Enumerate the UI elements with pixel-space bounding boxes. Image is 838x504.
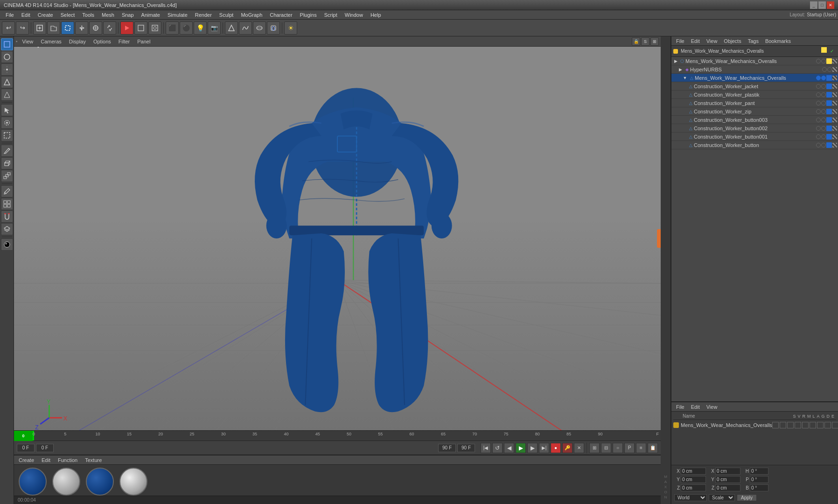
polygon-mode-button[interactable] <box>1 89 13 101</box>
coord-field-y2[interactable] <box>715 476 740 483</box>
fps-field[interactable] <box>438 444 456 452</box>
vis-dot-hn[interactable] <box>822 67 827 72</box>
render-plastik[interactable] <box>821 92 826 97</box>
menu-plugins[interactable]: Plugins <box>296 11 321 19</box>
render-settings-button[interactable] <box>134 21 147 35</box>
mat-menu-edit[interactable]: Edit <box>39 456 53 464</box>
attr-ctrl-4[interactable] <box>795 422 801 428</box>
menu-character[interactable]: Character <box>266 11 296 19</box>
play-button[interactable]: ▶ <box>516 443 526 453</box>
menu-simulate[interactable]: Simulate <box>164 11 191 19</box>
motion-btn4[interactable]: P <box>624 443 635 453</box>
coord-world-select[interactable]: World <box>674 494 707 501</box>
rotate-button[interactable] <box>103 21 116 35</box>
obj-row-button003[interactable]: △ Construction_Worker_button003 <box>671 116 838 124</box>
current-frame-field[interactable] <box>36 444 54 452</box>
attr-object-row[interactable]: Mens_Work_Wear_Mechanics_Overalls <box>673 421 836 429</box>
prev-frame-button[interactable]: ◀ <box>504 443 514 453</box>
spline-button[interactable] <box>239 21 252 35</box>
obj-row-root[interactable]: ▶ ⬡ Mens_Work_Wear_Mechanics_Overalls <box>671 57 838 65</box>
polygon-button[interactable] <box>225 21 238 35</box>
attr-ctrl-6[interactable] <box>810 422 816 428</box>
vis-plastik[interactable] <box>816 92 821 97</box>
open-file-button[interactable] <box>47 21 60 35</box>
menu-edit[interactable]: Edit <box>18 11 34 19</box>
magnet-tool[interactable] <box>1 210 13 223</box>
minimize-button[interactable]: _ <box>810 1 817 9</box>
coord-field-z-pos[interactable] <box>681 484 706 491</box>
coord-scale-select[interactable]: Scale <box>709 494 735 501</box>
extrude-tool[interactable] <box>1 157 13 169</box>
render-dot-ov[interactable] <box>821 76 826 80</box>
menu-snap[interactable]: Snap <box>118 11 138 19</box>
render-button001[interactable] <box>821 134 826 139</box>
vis-button001[interactable] <box>816 134 821 139</box>
render-button[interactable] <box>821 143 826 147</box>
obj-menu-objects[interactable]: Objects <box>721 37 744 45</box>
render-button[interactable] <box>120 21 133 35</box>
maximize-button[interactable]: □ <box>818 1 826 9</box>
render-button002[interactable] <box>821 126 826 131</box>
render-dot-root[interactable] <box>821 59 826 63</box>
attr-menu-file[interactable]: File <box>673 403 687 411</box>
attr-ctrl-7[interactable] <box>817 422 824 428</box>
attr-ctrl-8[interactable] <box>824 422 831 428</box>
menu-render[interactable]: Render <box>191 11 216 19</box>
render-jacket[interactable] <box>821 84 826 89</box>
object-list[interactable]: ▶ ⬡ Mens_Work_Wear_Mechanics_Overalls ▶ <box>671 57 838 401</box>
mat-menu-texture[interactable]: Texture <box>82 456 105 464</box>
select-button[interactable] <box>61 21 74 35</box>
menu-mesh[interactable]: Mesh <box>98 11 118 19</box>
attr-menu-view[interactable]: View <box>704 403 720 411</box>
vis-dot-ov[interactable] <box>816 76 821 80</box>
mat-menu-create[interactable]: Create <box>16 456 37 464</box>
live-select-tool[interactable] <box>1 117 13 129</box>
obj-row-button001[interactable]: △ Construction_Worker_button001 <box>671 133 838 141</box>
obj-menu-file[interactable]: File <box>673 37 687 45</box>
obj-menu-tags[interactable]: Tags <box>745 37 761 45</box>
coord-field-b[interactable] <box>750 484 768 491</box>
obj-menu-bookmarks[interactable]: Bookmarks <box>762 37 794 45</box>
vis-button003[interactable] <box>816 118 821 122</box>
attr-ctrl-9[interactable] <box>832 422 838 428</box>
point-mode-button[interactable] <box>1 63 13 76</box>
coord-field-x-pos[interactable] <box>681 468 706 475</box>
model-mode-button[interactable] <box>1 38 13 50</box>
visibility-dot-root[interactable] <box>816 59 821 63</box>
motion-btn2[interactable]: ⊟ <box>601 443 611 453</box>
go-to-start-button[interactable]: |◀ <box>481 443 491 453</box>
rect-select-tool[interactable] <box>1 129 13 141</box>
render-dot-hn[interactable] <box>827 67 832 72</box>
obj-row-hypernurbs[interactable]: ▶ ◈ HyperNURBS <box>671 65 838 74</box>
obj-menu-view[interactable]: View <box>704 37 720 45</box>
vis-jacket[interactable] <box>816 84 821 89</box>
layer-tool[interactable] <box>1 223 13 235</box>
obj-row-pant[interactable]: △ Construction_Worker_pant <box>671 99 838 107</box>
deformer-button[interactable] <box>267 21 280 35</box>
select-tool[interactable] <box>1 104 13 116</box>
vis-button[interactable] <box>816 143 821 147</box>
knife-tool[interactable] <box>1 145 13 157</box>
vis-pant[interactable] <box>816 101 821 105</box>
attr-ctrl-5[interactable] <box>802 422 809 428</box>
menu-tools[interactable]: Tools <box>78 11 98 19</box>
new-scene-button[interactable] <box>33 21 46 35</box>
viewport-menu-display[interactable]: Display <box>66 38 89 45</box>
viewport-maximize-button[interactable]: ⊞ <box>650 37 659 46</box>
coord-field-y-pos[interactable] <box>681 476 706 483</box>
coord-field-h[interactable] <box>750 468 768 475</box>
texture-mode-button[interactable] <box>1 51 13 63</box>
material-tool[interactable] <box>1 238 13 251</box>
viewport-lock-button[interactable]: 🔒 <box>632 37 640 46</box>
menu-create[interactable]: Create <box>34 11 57 19</box>
material-ball-fabric-j[interactable] <box>19 468 47 496</box>
menu-help[interactable]: Help <box>367 11 385 19</box>
motion-btn6[interactable]: 📋 <box>648 443 658 453</box>
viewport-resize-handle[interactable] <box>657 229 661 248</box>
obj-row-plastik[interactable]: △ Construction_Worker_plastik <box>671 91 838 99</box>
obj-row-jacket[interactable]: △ Construction_Worker_jacket <box>671 82 838 91</box>
obj-row-overalls[interactable]: ▼ △ Mens_Work_Wear_Mechanics_Overalls <box>671 74 838 82</box>
render-to-picture-viewer[interactable] <box>148 21 161 35</box>
viewport-menu-cameras[interactable]: Cameras <box>38 38 64 45</box>
vis-button002[interactable] <box>816 126 821 131</box>
